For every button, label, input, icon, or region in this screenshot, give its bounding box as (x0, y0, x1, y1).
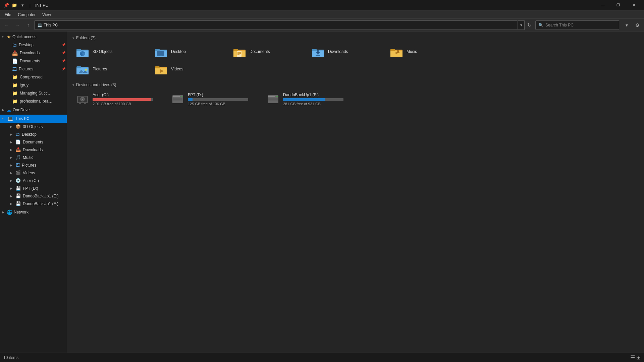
view-tiles-button[interactable]: ⊞ (636, 354, 641, 361)
search-box[interactable]: 🔍 Search This PC (535, 20, 619, 30)
chevron-icon: ▶ (10, 140, 13, 144)
sidebar-item-label: Downloads (23, 147, 43, 152)
menu-file[interactable]: File (1, 12, 14, 18)
folders-section-title: Folders (7) (76, 36, 96, 40)
chevron-icon: ▶ (10, 148, 13, 152)
menu-computer[interactable]: Computer (14, 12, 39, 18)
svg-rect-27 (390, 49, 395, 51)
sidebar-item-igruy[interactable]: 📁 igruy (0, 81, 67, 89)
svg-point-58 (276, 96, 278, 97)
folder-pictures-label: Pictures (93, 67, 107, 71)
folder-icon: 🗂 (12, 42, 17, 48)
path-icon: 💻 (37, 23, 42, 27)
title-bar-left: 📌 📁 ▾ | This PC (3, 2, 48, 9)
sidebar-item-professional[interactable]: 📁 professional practic... (0, 97, 67, 105)
sidebar-item-pictures-qa[interactable]: 🖼 Pictures 📌 (0, 65, 67, 73)
sidebar-item-music[interactable]: ▶ 🎵 Music (0, 154, 67, 161)
forward-button[interactable]: → (13, 20, 22, 30)
folder-icon: 📁 (12, 99, 18, 104)
drive-item-acer-c[interactable]: Acer (C:) 2.91 GB free of 100 GB (72, 90, 166, 108)
folder-item-music[interactable]: Music (386, 44, 464, 60)
svg-rect-50 (173, 99, 182, 100)
status-count: 10 items (3, 355, 18, 360)
drive-item-fpt-d[interactable]: FPT (D:) 125 GB free of 136 GB (168, 90, 262, 108)
drive-acer-icon (76, 93, 89, 105)
sidebar-item-pictures-pc[interactable]: ▶ 🖼 Pictures (0, 161, 67, 169)
folder-3dobjects-label: 3D Objects (93, 49, 112, 54)
folder-item-documents[interactable]: Documents (229, 44, 307, 60)
sidebar-item-managing[interactable]: 📁 Managing Successfu... (0, 89, 67, 97)
tb-pin-btn[interactable]: 📌 (3, 2, 10, 9)
folder-item-pictures[interactable]: Pictures (72, 61, 150, 77)
sidebar-item-dando-e[interactable]: ▶ 💾 DandoBackUp1 (E:) (0, 192, 67, 200)
drives-section-chevron-icon[interactable]: ▾ (72, 83, 74, 87)
sidebar-item-desktop-qa[interactable]: 🗂 Desktop 📌 (0, 41, 67, 49)
view-details-button[interactable]: ☰ (630, 354, 635, 361)
chevron-icon: ▶ (10, 156, 13, 159)
folder-3dobjects-icon (76, 46, 89, 58)
minimize-button[interactable]: — (595, 0, 610, 11)
sidebar-item-documents-qa[interactable]: 📄 Documents 📌 (0, 57, 67, 65)
section-chevron-icon[interactable]: ▾ (72, 36, 74, 40)
sidebar-item-label: Compressed (20, 75, 43, 79)
sidebar-item-label: Pictures (22, 163, 36, 168)
drive-acer-free: 2.91 GB free of 100 GB (93, 102, 163, 106)
folder-item-desktop[interactable]: Desktop (151, 44, 228, 60)
svg-point-35 (85, 69, 87, 71)
sidebar-item-label: Music (23, 155, 33, 160)
computer-icon: 💻 (7, 116, 13, 121)
sidebar-item-downloads-qa[interactable]: 📥 Downloads 📌 (0, 49, 67, 57)
view-options-button[interactable]: ▾ (622, 20, 631, 30)
folder-item-videos[interactable]: Videos (151, 61, 228, 77)
folder-icon: 🖼 (12, 66, 17, 72)
chevron-icon: ▶ (2, 108, 5, 112)
sidebar-network-header[interactable]: ▶ 🌐 Network (0, 208, 67, 216)
menu-view[interactable]: View (39, 12, 54, 18)
sidebar-quickaccess-header[interactable]: ▾ ★ Quick access (0, 33, 67, 41)
drive-item-dando-f[interactable]: DandoBackUp1 (F:) 281 GB free of 931 GB (263, 90, 357, 108)
svg-rect-56 (268, 99, 278, 100)
sidebar-item-label: 3D Objects (23, 124, 43, 129)
drive-fpt-free: 125 GB free of 136 GB (188, 102, 258, 106)
folder-item-3dobjects[interactable]: 3D Objects (72, 44, 150, 60)
back-button[interactable]: ← (2, 20, 11, 30)
sidebar-item-3dobjects[interactable]: ▶ 📦 3D Objects (0, 123, 67, 130)
sidebar-item-label: Acer (C:) (23, 178, 39, 183)
sidebar: ▾ ★ Quick access 🗂 Desktop 📌 📥 Downloads… (0, 32, 67, 353)
tb-more-btn[interactable]: ▾ (19, 2, 26, 9)
drive-icon: 💾 (15, 193, 21, 198)
maximize-button[interactable]: ❐ (610, 0, 626, 11)
sidebar-quickaccess-label: Quick access (12, 35, 36, 39)
folder-item-downloads[interactable]: Downloads (308, 44, 385, 60)
svg-rect-11 (159, 56, 163, 56)
address-path[interactable]: 💻 This PC (34, 20, 518, 30)
settings-button[interactable]: ⚙ (633, 20, 642, 30)
sidebar-item-label: Videos (23, 171, 35, 175)
sidebar-section-onedrive: ▶ ☁ OneDrive (0, 106, 67, 114)
sidebar-item-downloads-pc[interactable]: ▶ 📥 Downloads (0, 146, 67, 154)
sidebar-item-label: Managing Successfu... (20, 91, 53, 96)
chevron-icon: ▶ (2, 210, 5, 214)
close-button[interactable]: ✕ (626, 0, 641, 11)
svg-rect-8 (155, 49, 160, 51)
tb-folder-btn[interactable]: 📁 (11, 2, 18, 9)
sidebar-onedrive-header[interactable]: ▶ ☁ OneDrive (0, 106, 67, 114)
sidebar-item-fpt-d[interactable]: ▶ 💾 FPT (D:) (0, 184, 67, 192)
sidebar-item-videos[interactable]: ▶ 🎬 Videos (0, 169, 67, 177)
sidebar-thispc-header[interactable]: ▾ 💻 This PC (0, 115, 67, 123)
sidebar-item-compressed[interactable]: 📁 Compressed (0, 73, 67, 81)
folder-icon: 📁 (12, 82, 18, 88)
refresh-button[interactable]: ↻ (525, 20, 534, 30)
sidebar-item-acer-c[interactable]: ▶ 💿 Acer (C:) (0, 177, 67, 184)
sidebar-item-label: igruy (20, 83, 29, 87)
status-right: ☰ ⊞ (630, 354, 641, 361)
sidebar-item-documents-pc[interactable]: ▶ 📄 Documents (0, 138, 67, 146)
folder-icon: 🗂 (15, 132, 20, 137)
drive-dando-name: DandoBackUp1 (F:) (283, 93, 354, 97)
sidebar-item-desktop-pc[interactable]: ▶ 🗂 Desktop (0, 130, 67, 138)
sidebar-item-dando-f[interactable]: ▶ 💾 DandoBackUp1 (F:) (0, 200, 67, 207)
folder-icon: 📄 (15, 139, 21, 144)
sidebar-section-thispc: ▾ 💻 This PC ▶ 📦 3D Objects ▶ 🗂 Desktop ▶… (0, 115, 67, 207)
address-dropdown[interactable]: ▾ (518, 20, 525, 30)
up-button[interactable]: ↑ (23, 20, 33, 30)
